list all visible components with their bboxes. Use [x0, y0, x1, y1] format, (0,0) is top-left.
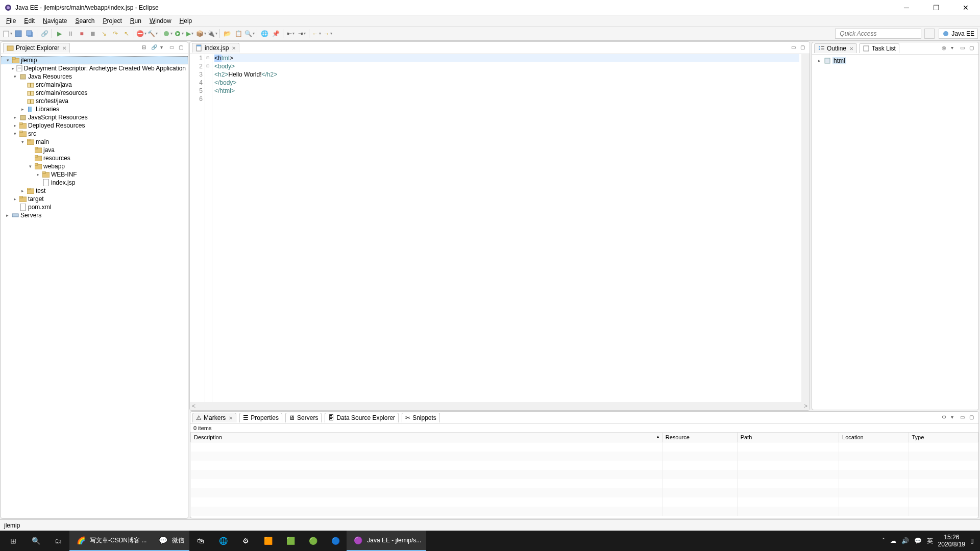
taskbar-item-app5[interactable]: 🔵	[324, 531, 347, 551]
tree-item[interactable]: ▸test	[1, 187, 188, 195]
web-browser-button[interactable]: 🌐	[259, 29, 270, 39]
debug-dropdown[interactable]	[162, 29, 173, 39]
tree-item[interactable]: src/test/java	[1, 97, 188, 105]
tray-notification-icon[interactable]: 💬	[914, 537, 922, 544]
maximize-icon[interactable]: ▢	[969, 414, 976, 421]
taskbar-item-app2[interactable]: 🟧	[257, 531, 279, 551]
tree-item[interactable]: ▸Servers	[1, 211, 188, 219]
expand-arrow-icon[interactable]: ▸	[12, 115, 18, 120]
maximize-icon[interactable]: ▢	[179, 44, 186, 52]
focus-icon[interactable]: ◎	[942, 45, 949, 52]
tree-item[interactable]: java	[1, 146, 188, 154]
tree-item[interactable]: pom.xml	[1, 203, 188, 211]
tree-item[interactable]: ▸Deployment Descriptor: Archetype Create…	[1, 64, 188, 72]
tree-item[interactable]: src/main/resources	[1, 89, 188, 97]
tasklist-tab[interactable]: Task List	[859, 43, 899, 53]
expand-arrow-icon[interactable]: ▸	[19, 107, 26, 112]
pin-button[interactable]: 📌	[271, 29, 281, 39]
debug-pause-button[interactable]: ⏸	[65, 29, 76, 39]
new-connection-button[interactable]: 🔌	[207, 29, 217, 39]
tray-onedrive-icon[interactable]: ☁	[890, 537, 896, 544]
close-icon[interactable]: ✕	[849, 46, 853, 52]
tree-item[interactable]: ▸Deployed Resources	[1, 121, 188, 130]
tree-item[interactable]: src/main/java	[1, 81, 188, 89]
open-task-button[interactable]: 📋	[233, 29, 243, 39]
forward-button[interactable]: →	[323, 29, 333, 39]
code-editor[interactable]: 123456 <html><body><h2>Hello World!</h2>…	[190, 54, 810, 402]
tab-snippets[interactable]: ✂Snippets	[402, 413, 440, 422]
minimize-icon[interactable]: ▭	[791, 44, 798, 52]
outline-tab[interactable]: Outline ✕	[814, 43, 857, 53]
toggle-button[interactable]: 🔗	[39, 29, 50, 39]
tree-item[interactable]: ▸JavaScript Resources	[1, 113, 188, 121]
run-last-button[interactable]: ▶	[185, 29, 195, 39]
taskbar-action-center-icon[interactable]: ▯	[970, 537, 974, 544]
taskbar-clock[interactable]: 15:26 2020/8/19	[938, 534, 965, 548]
expand-arrow-icon[interactable]: ▾	[5, 58, 11, 63]
minimize-icon[interactable]: ▭	[169, 44, 177, 52]
back-button[interactable]: ←	[311, 29, 322, 39]
column-description[interactable]: Description	[191, 433, 663, 442]
tree-item[interactable]: ▸target	[1, 195, 188, 203]
step-return-button[interactable]: ↖	[121, 29, 132, 39]
taskbar-item-chrome[interactable]: 🌐	[212, 531, 234, 551]
column-path[interactable]: Path	[737, 433, 839, 442]
tray-ime[interactable]: 英	[927, 537, 933, 545]
taskbar-item-app3[interactable]: 🟩	[279, 531, 302, 551]
column-location[interactable]: Location	[839, 433, 909, 442]
tree-item[interactable]: ▸WEB-INF	[1, 170, 188, 179]
search-dropdown[interactable]: 🔍	[244, 29, 255, 39]
taskbar-item-app1[interactable]: ⚙	[234, 531, 257, 551]
expand-arrow-icon[interactable]: ▾	[12, 131, 18, 136]
open-type-button[interactable]: 📂	[222, 29, 232, 39]
project-explorer-tab[interactable]: Project Explorer ✕	[3, 43, 70, 53]
menu-edit[interactable]: Edit	[20, 16, 39, 26]
debug-disconnect-button[interactable]: ⏹	[88, 29, 98, 39]
run-dropdown[interactable]	[174, 29, 184, 39]
filter-icon[interactable]: ⚙	[942, 414, 949, 421]
tree-item[interactable]: ▾main	[1, 138, 188, 146]
close-icon[interactable]: ✕	[62, 45, 66, 51]
menu-navigate[interactable]: Navigate	[39, 16, 71, 26]
expand-arrow-icon[interactable]: ▸	[35, 172, 41, 177]
vertical-scrollbar[interactable]	[801, 54, 810, 402]
maximize-button[interactable]: ☐	[926, 4, 946, 12]
tree-item[interactable]: ▾Java Resources	[1, 72, 188, 81]
expand-arrow-icon[interactable]: ▸	[12, 66, 15, 71]
column-resource[interactable]: Resource	[662, 433, 737, 442]
view-menu-icon[interactable]: ▾	[951, 414, 958, 421]
step-into-button[interactable]: ↘	[99, 29, 109, 39]
markers-table[interactable]: DescriptionResourcePathLocationType	[190, 432, 978, 516]
menu-window[interactable]: Window	[145, 16, 176, 26]
open-perspective-button[interactable]	[924, 29, 935, 39]
build-button[interactable]: 🔨	[148, 29, 158, 39]
tab-properties[interactable]: ☰Properties	[239, 413, 282, 422]
tab-servers[interactable]: 🖥Servers	[285, 413, 322, 422]
new-button[interactable]	[2, 29, 12, 39]
expand-arrow-icon[interactable]: ▾	[12, 74, 18, 79]
taskbar-item-chrome-colored[interactable]: 🌈写文章-CSDN博客 ...	[69, 531, 152, 551]
horizontal-scrollbar[interactable]: <>	[190, 402, 810, 410]
expand-arrow-icon[interactable]: ▾	[19, 139, 26, 144]
tab-markers[interactable]: ⚠Markers✕	[192, 413, 236, 422]
tree-item[interactable]: ▾src	[1, 130, 188, 138]
save-button[interactable]	[13, 29, 23, 39]
view-menu-icon[interactable]: ▾	[160, 44, 167, 52]
link-editor-icon[interactable]: 🔗	[151, 44, 158, 52]
expand-arrow-icon[interactable]: ▸	[12, 196, 18, 202]
expand-arrow-icon[interactable]: ▸	[19, 188, 26, 193]
minimize-icon[interactable]: ▭	[960, 414, 967, 421]
quick-access-input[interactable]	[835, 29, 921, 39]
maximize-icon[interactable]: ▢	[969, 45, 976, 52]
project-tree[interactable]: ▾jlemip▸Deployment Descriptor: Archetype…	[1, 54, 188, 518]
step-over-button[interactable]: ↷	[110, 29, 120, 39]
tree-item[interactable]: ▾jlemip	[1, 56, 188, 64]
menu-file[interactable]: File	[2, 16, 20, 26]
tree-item[interactable]: ▾webapp	[1, 162, 188, 170]
tray-chevron-icon[interactable]: ˄	[882, 537, 885, 544]
tree-item[interactable]: ▸Libraries	[1, 105, 188, 113]
taskbar-item-search[interactable]: 🔍	[24, 531, 47, 551]
annotation-next-button[interactable]: ⇥	[297, 29, 307, 39]
expand-arrow-icon[interactable]: ▸	[4, 213, 10, 218]
minimize-icon[interactable]: ▭	[960, 45, 967, 52]
